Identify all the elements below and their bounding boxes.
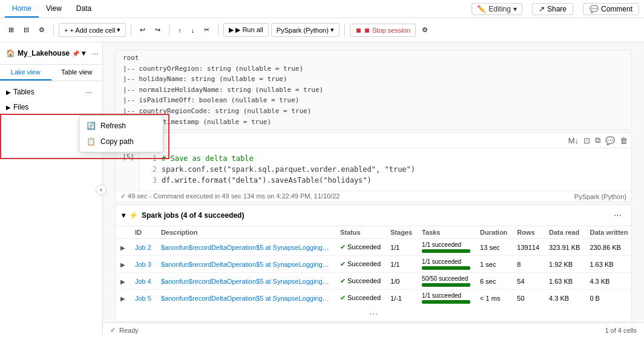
row-data-written: 230.86 KB bbox=[585, 239, 632, 256]
stop-session-button[interactable]: ⏹ ⏹ Stop session bbox=[350, 24, 416, 37]
cell-line-1: 1 # Save as delta table bbox=[145, 153, 626, 164]
share-icon: ↗ bbox=[539, 5, 545, 13]
table-row: ▶ Job 2 $anonfun$recordDeltaOperation$5 … bbox=[116, 239, 632, 256]
row-description[interactable]: $anonfun$recordDeltaOperation$5 at Synap… bbox=[156, 239, 335, 256]
row-status: ✔ Succeeded bbox=[335, 256, 386, 273]
settings-button[interactable]: ⚙ bbox=[35, 24, 48, 36]
cell-delete-btn[interactable]: 🗑 bbox=[619, 135, 629, 146]
separator-4 bbox=[218, 24, 218, 36]
notebook: root |-- countryOrRegion: string (nullab… bbox=[103, 42, 644, 322]
add-code-button[interactable]: + + Add code cell ▾ bbox=[59, 23, 126, 37]
row-stages: 1/1 bbox=[386, 256, 417, 273]
cell-split-btn[interactable]: ⊡ bbox=[582, 135, 591, 146]
spark-jobs-panel: ▾ ⚡ Spark jobs (4 of 4 succeeded) ··· ID… bbox=[115, 204, 632, 322]
content-area: root |-- countryOrRegion: string (nullab… bbox=[103, 42, 644, 337]
toolbar-icon-btn[interactable]: ⊞ bbox=[5, 24, 18, 36]
collapse-sidebar-button[interactable]: ‹ bbox=[96, 185, 107, 195]
cell-copy-btn[interactable]: ⧉ bbox=[594, 134, 602, 146]
row-tasks: 1/1 succeeded bbox=[417, 290, 475, 307]
row-data-written: 0 B bbox=[585, 290, 632, 307]
row-description[interactable]: $anonfun$recordDeltaOperation$5 at Synap… bbox=[156, 256, 335, 273]
redo-button[interactable]: ↪ bbox=[151, 24, 164, 36]
sidebar-item-tables[interactable]: ▶ Tables ··· bbox=[0, 83, 102, 100]
cell-code-area: [5] 1 # Save as delta table 2 spark.conf… bbox=[116, 148, 631, 191]
move-up-button[interactable]: ↑ bbox=[174, 24, 185, 36]
cut-button[interactable]: ✂ bbox=[200, 24, 213, 36]
col-status-header[interactable]: Status bbox=[335, 226, 386, 239]
row-stages: 1/1 bbox=[386, 239, 417, 256]
move-down-button[interactable]: ↓ bbox=[188, 24, 199, 36]
chevron-right-icon: ▶ bbox=[6, 104, 11, 111]
row-expand[interactable]: ▶ bbox=[116, 273, 130, 290]
row-description[interactable]: $anonfun$recordDeltaOperation$5 at Synap… bbox=[156, 290, 335, 307]
tab-home[interactable]: Home bbox=[5, 1, 39, 18]
editing-label: Editing bbox=[488, 5, 511, 13]
top-tabs: Home View Data bbox=[5, 1, 99, 18]
top-bar: Home View Data ✏️ Editing ▾ ↗ Share 💬 Co… bbox=[0, 0, 644, 18]
row-data-read: 323.91 KB bbox=[544, 239, 585, 256]
schema-output: root |-- countryOrRegion: string (nullab… bbox=[116, 50, 631, 129]
col-desc-header[interactable]: Description bbox=[156, 226, 335, 239]
share-button[interactable]: ↗ Share bbox=[532, 3, 573, 15]
row-tasks: 1/1 succeeded bbox=[417, 256, 475, 273]
tab-lake-view[interactable]: Lake view bbox=[0, 65, 51, 80]
tab-table-view[interactable]: Table view bbox=[51, 65, 103, 80]
cell-markdown-btn[interactable]: M↓ bbox=[567, 135, 580, 146]
row-duration: 1 sec bbox=[475, 256, 512, 273]
sidebar-more-btn[interactable]: ··· bbox=[88, 47, 102, 59]
row-rows: 8 bbox=[512, 256, 544, 273]
row-description[interactable]: $anonfun$recordDeltaOperation$5 at Synap… bbox=[156, 273, 335, 290]
row-id: Job 4 bbox=[130, 273, 156, 290]
col-stages-header[interactable]: Stages bbox=[386, 226, 417, 239]
row-status: ✔ Succeeded bbox=[335, 290, 386, 307]
pencil-icon: ✏️ bbox=[477, 5, 486, 13]
col-read-header[interactable]: Data read bbox=[544, 226, 585, 239]
sidebar-header: 🏠 My_Lakehouse 📌 ▾ ··· bbox=[0, 42, 102, 65]
context-menu-refresh[interactable]: 🔄 Refresh bbox=[79, 118, 163, 134]
row-expand[interactable]: ▶ bbox=[116, 239, 130, 256]
context-menu-copy-path[interactable]: 📋 Copy path bbox=[79, 134, 163, 149]
comment-button[interactable]: 💬 Comment bbox=[583, 3, 639, 15]
spark-jobs-more-btn[interactable]: ··· bbox=[610, 209, 625, 222]
row-expand[interactable]: ▶ bbox=[116, 290, 130, 307]
chevron-down-icon: ▾ bbox=[122, 211, 125, 220]
sidebar: 🏠 My_Lakehouse 📌 ▾ ··· Lake view Table v… bbox=[0, 42, 103, 337]
row-tasks: 50/50 succeeded bbox=[417, 273, 475, 290]
cell-comment-btn[interactable]: 💬 bbox=[604, 135, 616, 146]
sidebar-item-files[interactable]: ▶ Files bbox=[0, 100, 102, 114]
tab-data[interactable]: Data bbox=[69, 1, 99, 18]
col-dur-header[interactable]: Duration bbox=[475, 226, 512, 239]
col-written-header[interactable]: Data written bbox=[585, 226, 632, 239]
status-label: Ready bbox=[119, 327, 139, 334]
run-all-button[interactable]: ▶ ▶ Run all bbox=[223, 23, 268, 37]
tables-more-btn[interactable]: ··· bbox=[82, 86, 96, 98]
main-layout: 🏠 My_Lakehouse 📌 ▾ ··· Lake view Table v… bbox=[0, 42, 644, 337]
chevron-right-icon: ▶ bbox=[6, 89, 11, 96]
tab-view[interactable]: View bbox=[39, 1, 69, 18]
toolbar-settings-btn[interactable]: ⚙ bbox=[418, 24, 432, 36]
row-stages: 1/-1 bbox=[386, 290, 417, 307]
separator-5 bbox=[344, 24, 345, 36]
stop-icon: ⏹ bbox=[355, 27, 362, 34]
row-rows: 50 bbox=[512, 290, 544, 307]
refresh-icon: 🔄 bbox=[87, 122, 96, 130]
col-rows-header[interactable]: Rows bbox=[512, 226, 544, 239]
pin-icon: 📌 bbox=[72, 50, 79, 57]
table-row: ▶ Job 5 $anonfun$recordDeltaOperation$5 … bbox=[116, 290, 632, 307]
row-id: Job 2 bbox=[130, 239, 156, 256]
editing-badge[interactable]: ✏️ Editing ▾ bbox=[472, 3, 522, 15]
jobs-ellipsis: ··· bbox=[116, 306, 631, 321]
lakehouse-icon: 🏠 bbox=[6, 49, 15, 57]
chevron-down-icon: ▾ bbox=[82, 49, 85, 57]
undo-button[interactable]: ↩ bbox=[136, 24, 149, 36]
cell-lines[interactable]: 1 # Save as delta table 2 spark.conf.set… bbox=[140, 148, 631, 191]
spark-jobs-header[interactable]: ▾ ⚡ Spark jobs (4 of 4 succeeded) ··· bbox=[116, 205, 631, 226]
row-expand[interactable]: ▶ bbox=[116, 256, 130, 273]
schema-cell: root |-- countryOrRegion: string (nullab… bbox=[115, 50, 632, 130]
spark-dropdown[interactable]: PySpark (Python) ▾ bbox=[271, 23, 340, 37]
toolbar-down-btn[interactable]: ⊟ bbox=[20, 24, 33, 36]
sidebar-tabs: Lake view Table view bbox=[0, 65, 102, 81]
spark-jobs-table: ID Description Status Stages Tasks Durat… bbox=[116, 226, 632, 306]
col-id-header[interactable]: ID bbox=[130, 226, 156, 239]
col-tasks-header[interactable]: Tasks bbox=[417, 226, 475, 239]
